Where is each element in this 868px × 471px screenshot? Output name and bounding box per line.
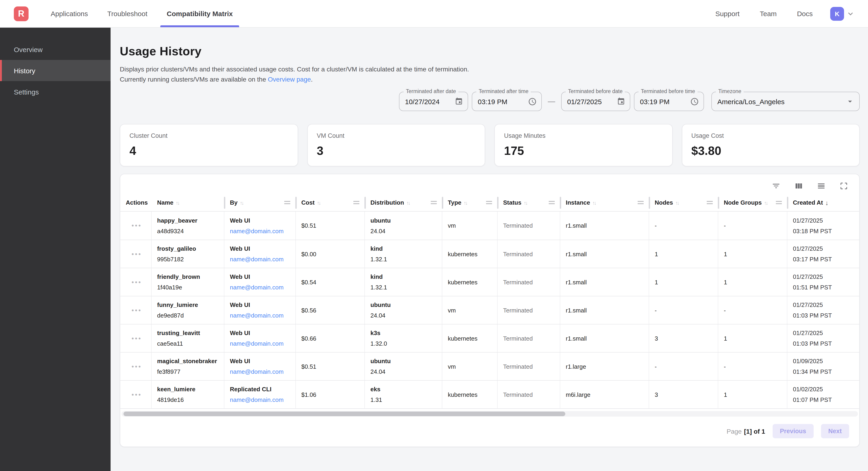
terminated-before-date-field[interactable]: Terminated before date 01/27/2025 <box>561 92 630 111</box>
terminated-after-date-value[interactable]: 10/27/2024 <box>405 97 451 105</box>
name-cell: trusting_leavittcae5ea11 <box>152 324 224 352</box>
avatar[interactable]: K <box>830 7 844 21</box>
cost-cell: $1.06 <box>296 381 365 408</box>
sort-icon: ↑↓ <box>406 200 410 205</box>
email-link[interactable]: name@domain.com <box>230 284 292 291</box>
sort-desc-icon: ↓ <box>826 199 829 206</box>
fullscreen-icon[interactable] <box>839 182 848 190</box>
stat-label: Usage Cost <box>691 132 850 139</box>
next-page-button[interactable]: Next <box>821 424 849 438</box>
tab-compatibility-matrix[interactable]: Compatibility Matrix <box>162 0 238 27</box>
clock-icon[interactable] <box>528 97 537 106</box>
column-header-distribution[interactable]: Distribution↑↓ <box>365 194 442 211</box>
sidebar-item-overview[interactable]: Overview <box>0 39 111 60</box>
timezone-value[interactable]: America/Los_Angeles <box>717 97 842 105</box>
column-drag-icon[interactable] <box>549 201 555 204</box>
terminated-after-date-field[interactable]: Terminated after date 10/27/2024 <box>399 92 468 111</box>
column-header-node-groups[interactable]: Node Groups↑↓ <box>718 194 787 211</box>
density-icon[interactable] <box>817 182 826 190</box>
column-drag-icon[interactable] <box>353 201 359 204</box>
column-drag-icon[interactable] <box>776 201 782 204</box>
scrollbar-thumb[interactable] <box>123 412 565 416</box>
status-cell: Terminated <box>498 353 560 380</box>
type-cell: kubernetes <box>442 240 498 268</box>
email-link[interactable]: name@domain.com <box>230 396 292 403</box>
column-header-created-at[interactable]: Created At↓ <box>787 194 859 211</box>
column-drag-icon[interactable] <box>486 201 492 204</box>
row-actions-button[interactable]: ●●● <box>131 307 142 314</box>
clock-icon[interactable] <box>690 97 699 106</box>
node-groups-cell: 1 <box>718 324 787 352</box>
terminated-after-time-field[interactable]: Terminated after time 03:19 PM <box>472 92 542 111</box>
field-label: Terminated before time <box>639 88 697 94</box>
column-header-nodes[interactable]: Nodes↑↓ <box>649 194 718 211</box>
sidebar-item-settings[interactable]: Settings <box>0 81 111 102</box>
filter-icon[interactable] <box>772 182 780 190</box>
distribution-cell: kind1.32.1 <box>365 240 442 268</box>
stat-value: $3.80 <box>691 144 850 158</box>
created-at-cell: 01/27/202501:03 PM PST <box>787 324 859 352</box>
cost-cell: $0.00 <box>296 240 365 268</box>
nav-link-team[interactable]: Team <box>760 10 777 18</box>
created-at-cell: 01/27/202503:17 PM PST <box>787 240 859 268</box>
calendar-icon[interactable] <box>617 97 625 106</box>
column-header-type[interactable]: Type↑↓ <box>442 194 498 211</box>
page-indicator: Page[1] of 1 <box>726 428 765 435</box>
column-drag-icon[interactable] <box>707 201 713 204</box>
tab-troubleshoot[interactable]: Troubleshoot <box>103 0 152 27</box>
sidebar-item-history[interactable]: History <box>0 60 111 81</box>
by-cell: Web UIname@domain.com <box>224 353 296 380</box>
previous-page-button[interactable]: Previous <box>772 424 813 438</box>
nodes-cell: 1 <box>649 268 718 296</box>
column-header-name[interactable]: Name↑↓ <box>152 194 224 211</box>
nodes-cell: - <box>649 296 718 324</box>
date-range-dash: — <box>548 97 555 106</box>
table-row: ●●● happy_beavera48d9324 Web UIname@doma… <box>120 211 859 240</box>
by-cell: Web UIname@domain.com <box>224 240 296 268</box>
type-cell: vm <box>442 353 498 380</box>
column-drag-icon[interactable] <box>284 201 290 204</box>
calendar-icon[interactable] <box>455 97 463 106</box>
row-actions-button[interactable]: ●●● <box>131 222 142 229</box>
row-actions-button[interactable]: ●●● <box>131 278 142 286</box>
column-drag-icon[interactable] <box>431 201 437 204</box>
email-link[interactable]: name@domain.com <box>230 340 292 347</box>
stat-card-cluster-count: Cluster Count 4 <box>120 124 298 166</box>
column-header-status[interactable]: Status↑↓ <box>498 194 560 211</box>
timezone-select[interactable]: Timezone America/Los_Angeles <box>711 92 860 111</box>
terminated-before-time-value[interactable]: 03:19 PM <box>640 97 686 105</box>
column-header-cost[interactable]: Cost↑↓ <box>296 194 365 211</box>
instance-cell: m6i.large <box>560 381 649 408</box>
nav-link-support[interactable]: Support <box>715 10 740 18</box>
row-actions-button[interactable]: ●●● <box>131 335 142 342</box>
columns-icon[interactable] <box>794 182 803 190</box>
terminated-after-time-value[interactable]: 03:19 PM <box>478 97 524 105</box>
status-cell: Terminated <box>498 296 560 324</box>
nav-link-docs[interactable]: Docs <box>797 10 813 18</box>
table-header: Actions Name↑↓ By↑↓ Cost↑↓ Distribution↑… <box>120 194 859 211</box>
actions-cell: ●●● <box>120 353 152 380</box>
email-link[interactable]: name@domain.com <box>230 256 292 263</box>
usage-history-table-card: Actions Name↑↓ By↑↓ Cost↑↓ Distribution↑… <box>120 174 860 447</box>
user-menu[interactable]: K <box>830 7 855 21</box>
nodes-cell: - <box>649 211 718 240</box>
column-header-by[interactable]: By↑↓ <box>224 194 296 211</box>
row-actions-button[interactable]: ●●● <box>131 251 142 257</box>
email-link[interactable]: name@domain.com <box>230 312 292 319</box>
terminated-before-time-field[interactable]: Terminated before time 03:19 PM <box>634 92 704 111</box>
email-link[interactable]: name@domain.com <box>230 368 292 375</box>
overview-page-link[interactable]: Overview page <box>268 76 311 83</box>
tab-applications[interactable]: Applications <box>46 0 93 27</box>
email-link[interactable]: name@domain.com <box>230 228 292 234</box>
row-actions-button[interactable]: ●●● <box>131 363 142 370</box>
page-label: Page <box>726 428 742 435</box>
actions-cell: ●●● <box>120 211 152 240</box>
table-row: ●●● friendly_brown1f40a19e Web UIname@do… <box>120 268 859 296</box>
terminated-before-date-value[interactable]: 01/27/2025 <box>567 97 613 105</box>
sort-icon: ↑↓ <box>464 200 467 205</box>
column-header-instance[interactable]: Instance↑↓ <box>560 194 649 211</box>
app-logo[interactable]: R <box>14 6 29 21</box>
column-drag-icon[interactable] <box>638 201 644 204</box>
row-actions-button[interactable]: ●●● <box>131 391 142 398</box>
dropdown-arrow-icon[interactable] <box>845 97 855 106</box>
